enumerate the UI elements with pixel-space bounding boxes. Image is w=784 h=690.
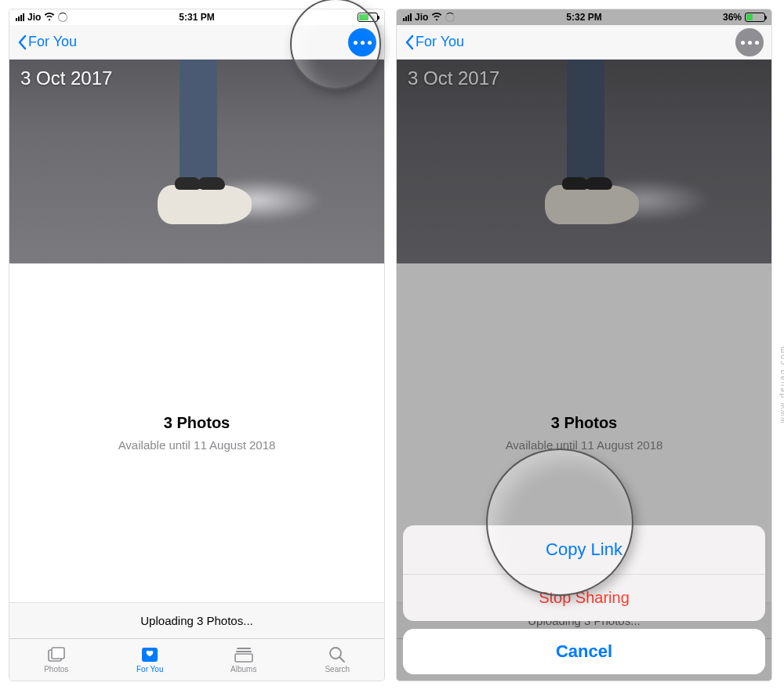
for-you-tab-icon [140,646,160,663]
back-button[interactable]: For You [405,34,464,50]
tab-label: Photos [44,665,68,674]
tab-label: Search [325,665,350,674]
upload-status-text: Uploading 3 Photos... [140,614,252,627]
action-sheet-options: Copy Link Stop Sharing [403,525,765,621]
svg-line-7 [340,658,345,663]
svg-rect-1 [52,648,64,659]
screenshot-left: Jio 5:31 PM For You 3 Oct 2017 3 Photos [9,9,384,681]
chevron-left-icon [17,34,27,50]
availability-subtitle: Available until 11 August 2018 [506,438,663,452]
photo-count-title: 3 Photos [551,414,617,432]
memory-hero-photo[interactable]: 3 Oct 2017 [9,60,384,263]
more-options-button[interactable] [348,28,376,56]
back-label: For You [28,34,77,50]
navigation-header: For You [397,25,771,60]
copy-link-button[interactable]: Copy Link [403,525,765,575]
upload-status-strip: Uploading 3 Photos... [9,602,384,638]
watermark: www.deuaq.com [779,345,785,423]
svg-rect-3 [237,648,251,649]
tab-search[interactable]: Search [291,639,385,681]
search-tab-icon [327,646,347,663]
photos-tab-icon [46,646,67,663]
status-bar: Jio 5:32 PM 36% [397,9,771,25]
status-time: 5:31 PM [9,12,384,23]
back-label: For You [416,34,464,50]
more-options-button[interactable] [735,28,764,56]
stop-sharing-button[interactable]: Stop Sharing [403,575,765,621]
tab-photos[interactable]: Photos [9,639,103,681]
tab-albums[interactable]: Albums [197,639,291,681]
svg-rect-4 [236,651,252,652]
cancel-button[interactable]: Cancel [403,629,765,674]
status-time: 5:32 PM [397,12,771,23]
chevron-left-icon [405,34,414,50]
photo-figure [150,60,244,212]
tab-label: For You [136,665,163,674]
action-sheet: Copy Link Stop Sharing Cancel [403,525,765,674]
memory-hero-photo[interactable]: 3 Oct 2017 [397,60,771,263]
tab-label: Albums [230,665,256,674]
navigation-header: For You [9,25,384,60]
screenshot-right: Jio 5:32 PM 36% For You 3 Oct 2017 [397,9,771,681]
photo-figure [537,60,631,212]
memory-date: 3 Oct 2017 [20,67,112,89]
tab-for-you[interactable]: For You [103,639,198,681]
tab-bar: Photos For You Albums Search [9,638,384,681]
photo-count-title: 3 Photos [164,414,230,432]
battery-icon [745,13,765,22]
status-bar: Jio 5:31 PM [9,9,384,25]
svg-rect-5 [235,654,252,662]
availability-subtitle: Available until 11 August 2018 [118,438,276,452]
shared-album-info: 3 Photos Available until 11 August 2018 [9,263,384,602]
albums-tab-icon [234,646,254,663]
memory-date: 3 Oct 2017 [408,67,499,89]
back-button[interactable]: For You [17,34,77,50]
